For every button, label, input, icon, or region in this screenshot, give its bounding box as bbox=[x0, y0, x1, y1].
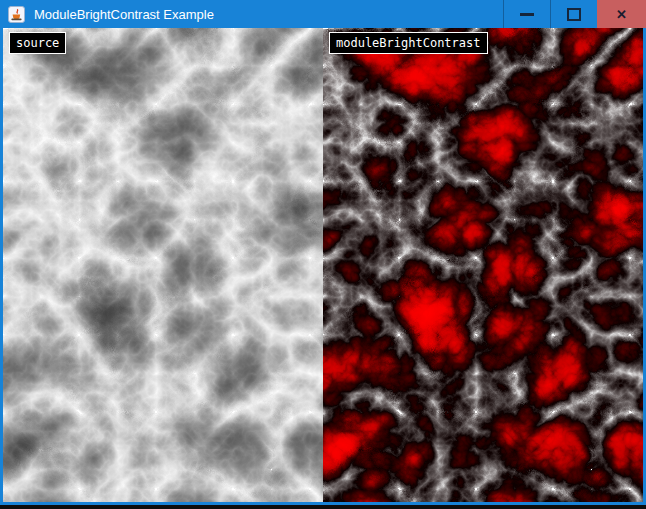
java-coffee-cup-icon bbox=[8, 6, 25, 23]
modulebrightcontrast-texture-image bbox=[323, 28, 643, 502]
window-bottom-shadow bbox=[0, 505, 646, 509]
source-texture-image bbox=[3, 28, 323, 502]
titlebar[interactable]: ModuleBrightContrast Example ✕ bbox=[0, 0, 646, 28]
close-icon: ✕ bbox=[616, 7, 627, 22]
maximize-icon bbox=[567, 8, 581, 21]
close-button[interactable]: ✕ bbox=[597, 0, 646, 28]
window-frame: source bbox=[0, 28, 646, 505]
minimize-button[interactable] bbox=[503, 0, 550, 28]
modulebrightcontrast-label: moduleBrightContrast bbox=[329, 32, 488, 54]
maximize-button[interactable] bbox=[550, 0, 597, 28]
modulebrightcontrast-image-panel: moduleBrightContrast bbox=[323, 28, 643, 502]
source-image-panel: source bbox=[3, 28, 323, 502]
window-title: ModuleBrightContrast Example bbox=[34, 7, 503, 22]
app-window: ModuleBrightContrast Example ✕ bbox=[0, 0, 646, 509]
minimize-icon bbox=[520, 13, 534, 16]
content-area: source bbox=[3, 28, 643, 502]
source-label: source bbox=[9, 32, 66, 54]
window-controls: ✕ bbox=[503, 0, 646, 28]
